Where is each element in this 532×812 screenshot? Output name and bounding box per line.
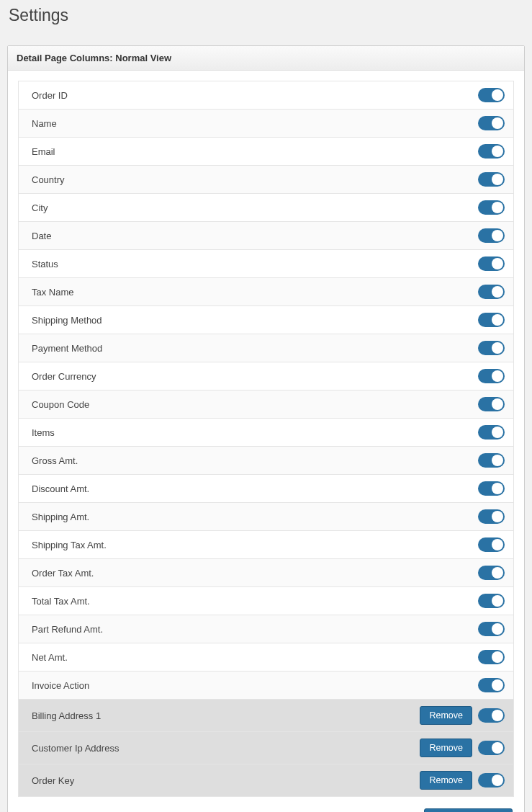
column-label: Order Tax Amt. (32, 568, 94, 579)
column-toggle[interactable] (478, 116, 505, 130)
remove-column-button[interactable]: Remove (420, 706, 472, 725)
column-label: Country (32, 174, 65, 185)
column-toggle[interactable] (478, 566, 505, 580)
column-controls (478, 116, 505, 130)
column-label: Total Tax Amt. (32, 596, 90, 607)
column-label: Shipping Amt. (32, 512, 89, 522)
column-row: Gross Amt. (18, 447, 514, 475)
column-toggle[interactable] (478, 200, 505, 215)
column-controls (478, 313, 505, 327)
column-toggle[interactable] (478, 537, 505, 552)
column-label: Coupon Code (32, 399, 89, 410)
column-label: Invoice Action (32, 680, 89, 691)
add-new-column-button[interactable]: Add New Column (424, 808, 513, 812)
remove-column-button[interactable]: Remove (420, 771, 472, 790)
column-row: Email (18, 138, 514, 166)
column-toggle[interactable] (478, 678, 505, 692)
column-controls: Remove (420, 771, 505, 790)
column-controls: Remove (420, 706, 505, 725)
column-toggle[interactable] (478, 285, 505, 299)
panel-body: Order IDNameEmailCountryCityDateStatusTa… (8, 71, 524, 812)
column-label: Net Amt. (32, 652, 68, 663)
column-controls: Remove (420, 739, 505, 757)
column-toggle[interactable] (478, 313, 505, 327)
column-toggle[interactable] (478, 481, 505, 496)
column-toggle[interactable] (478, 172, 505, 187)
column-row: Shipping Tax Amt. (18, 531, 514, 559)
column-toggle[interactable] (478, 509, 505, 524)
column-label: Date (32, 231, 51, 241)
column-controls (478, 537, 505, 552)
column-toggle[interactable] (478, 622, 505, 636)
column-toggle[interactable] (478, 228, 505, 243)
column-controls (478, 425, 505, 440)
column-controls (478, 678, 505, 692)
column-toggle[interactable] (478, 425, 505, 440)
column-toggle[interactable] (478, 594, 505, 608)
column-row: Tax Name (18, 278, 514, 306)
column-label: City (32, 202, 48, 213)
column-row: Discount Amt. (18, 475, 514, 503)
column-label: Items (32, 427, 55, 438)
column-row: Date (18, 222, 514, 250)
column-toggle[interactable] (478, 256, 505, 271)
column-controls (478, 397, 505, 411)
column-row: Shipping Amt. (18, 503, 514, 531)
column-toggle[interactable] (478, 650, 505, 664)
column-label: Order Currency (32, 371, 96, 382)
column-row: Order Tax Amt. (18, 559, 514, 587)
column-controls (478, 566, 505, 580)
column-label: Billing Address 1 (32, 710, 101, 721)
column-controls (478, 228, 505, 243)
column-row: Items (18, 419, 514, 447)
column-controls (478, 341, 505, 355)
column-toggle[interactable] (478, 741, 505, 755)
column-label: Email (32, 146, 55, 157)
column-controls (478, 650, 505, 664)
column-row: Invoice Action (18, 672, 514, 700)
column-row: Coupon Code (18, 391, 514, 419)
column-toggle[interactable] (478, 341, 505, 355)
page-title: Settings (7, 6, 525, 25)
column-row: Order KeyRemove (18, 764, 514, 797)
column-toggle[interactable] (478, 88, 505, 102)
column-row: Order Currency (18, 362, 514, 391)
column-row: Total Tax Amt. (18, 587, 514, 615)
column-label: Tax Name (32, 287, 74, 298)
column-toggle[interactable] (478, 144, 505, 159)
column-row: City (18, 194, 514, 222)
column-controls (478, 200, 505, 215)
remove-column-button[interactable]: Remove (420, 739, 472, 757)
column-toggle[interactable] (478, 369, 505, 383)
column-label: Discount Amt. (32, 483, 89, 494)
columns-list: Order IDNameEmailCountryCityDateStatusTa… (18, 81, 514, 797)
column-label: Shipping Method (32, 315, 102, 326)
column-row: Customer Ip AddressRemove (18, 732, 514, 764)
column-row: Billing Address 1Remove (18, 700, 514, 732)
column-label: Payment Method (32, 343, 102, 354)
column-controls (478, 369, 505, 383)
column-controls (478, 88, 505, 102)
column-label: Status (32, 259, 58, 269)
column-controls (478, 144, 505, 159)
column-row: Country (18, 166, 514, 194)
column-toggle[interactable] (478, 397, 505, 411)
column-controls (478, 453, 505, 468)
column-controls (478, 285, 505, 299)
column-toggle[interactable] (478, 773, 505, 788)
column-label: Name (32, 118, 57, 129)
settings-panel: Detail Page Columns: Normal View Order I… (7, 45, 525, 812)
column-toggle[interactable] (478, 453, 505, 468)
column-controls (478, 481, 505, 496)
column-label: Order Key (32, 775, 74, 786)
column-controls (478, 256, 505, 271)
column-row: Name (18, 110, 514, 138)
column-row: Shipping Method (18, 306, 514, 334)
column-row: Part Refund Amt. (18, 615, 514, 643)
column-toggle[interactable] (478, 708, 505, 723)
column-label: Part Refund Amt. (32, 624, 103, 635)
column-row: Payment Method (18, 334, 514, 362)
column-row: Status (18, 250, 514, 278)
column-controls (478, 622, 505, 636)
column-row: Net Amt. (18, 643, 514, 672)
